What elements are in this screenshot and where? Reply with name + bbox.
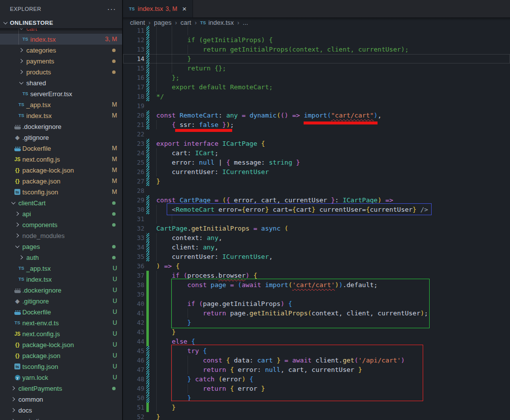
tree-folder-products[interactable]: products (0, 66, 122, 77)
code-line-35: 35 currentUser: ICurrentUser, (123, 252, 510, 261)
explorer-sidebar: EXPLORER ··· cartTSindex.tsx3, Mcategori… (0, 0, 122, 420)
file-icon-slot: ◈ (13, 133, 21, 141)
code-line-33: 33 context: any, (123, 233, 510, 242)
tree-folder-clientPayments[interactable]: clientPayments (0, 383, 122, 394)
tree-file-tsconfig-json[interactable]: tstsconfig.jsonU (0, 361, 122, 372)
tree-folder-expiration[interactable]: expiration (0, 416, 122, 420)
tree-folder-pages[interactable]: pages (0, 241, 122, 252)
gutter-added-marker (146, 290, 149, 299)
code-line-14: 14 } (123, 54, 510, 63)
tree-folder-docs[interactable]: docs (0, 405, 122, 416)
tree-folder-shared[interactable]: shared (0, 77, 122, 88)
code-line-44: 44 else { (123, 337, 510, 346)
tree-item-label: package-lock.json (22, 167, 74, 174)
line-number: 45 (123, 346, 144, 356)
git-status-badge: M (112, 156, 117, 163)
tree-file-Dockerfile[interactable]: DockerfileU (0, 306, 122, 317)
code-line-38: 38 const page = (await import('cart/cart… (123, 280, 510, 290)
tab-index-tsx[interactable]: TS index.tsx 3, M × (123, 0, 193, 17)
line-number: 16 (123, 73, 144, 82)
tree-file-Dockerfile[interactable]: DockerfileM (0, 143, 122, 154)
tree-item-label: tsconfig.json (22, 188, 58, 196)
line-number: 32 (123, 224, 144, 233)
code-text: } (156, 393, 191, 403)
git-status-badge: 3, M (105, 36, 117, 43)
git-status-badge: U (113, 265, 117, 272)
tree-file--dockerignore[interactable]: .dockerignore (0, 121, 122, 132)
tree-folder-common[interactable]: common (0, 394, 122, 405)
tree-item-label: next-env.d.ts (22, 319, 59, 327)
tree-file--dockerignore[interactable]: .dockerignoreU (0, 285, 122, 296)
code-line-39: 39 (123, 290, 510, 299)
code-line-19: 19 (123, 101, 510, 111)
tree-file-yarn-lock[interactable]: yyarn.lockU (0, 372, 122, 383)
code-line-29: 29const CartPage = ({ error, cart, curre… (123, 195, 510, 205)
tree-file--app-tsx[interactable]: TS_app.tsxM (0, 99, 122, 110)
tree-folder-auth[interactable]: auth (0, 252, 122, 263)
tree-file-index-tsx[interactable]: TSindex.tsxU (0, 274, 122, 285)
gutter-modified-marker (146, 35, 149, 45)
close-icon[interactable]: × (182, 4, 187, 13)
file-icon-slot: ts (13, 362, 21, 370)
tree-file-index-tsx[interactable]: TSindex.tsxM (0, 110, 122, 121)
git-status-badge: U (113, 319, 117, 326)
line-number: 44 (123, 337, 144, 346)
tree-item-label: categories (26, 47, 56, 54)
line-number: 33 (123, 233, 144, 242)
tree-file-package-lock-json[interactable]: {}package-lock.jsonU (0, 339, 122, 350)
tree-item-label: package.json (22, 178, 61, 185)
tree-folder-payments[interactable]: payments (0, 56, 122, 66)
tree-file-next-env-d-ts[interactable]: TSnext-env.d.tsU (0, 317, 122, 328)
git-status-badge: M (112, 112, 117, 119)
tree-folder-api[interactable]: api (0, 208, 122, 219)
git-status-dot (112, 387, 116, 390)
workspace-root[interactable]: ONLINESTORE (0, 17, 122, 28)
tree-folder-components[interactable]: components (0, 219, 122, 230)
tree-file-next-config-js[interactable]: JSnext.config.jsU (0, 328, 122, 339)
code-line-48: 48 } catch (error) { (123, 374, 510, 384)
tree-file--app-tsx[interactable]: TS_app.tsxU (0, 263, 122, 274)
code-line-17: 17 export default RemoteCart; (123, 82, 510, 92)
tree-file-package-lock-json[interactable]: {}package-lock.jsonM (0, 165, 122, 176)
gutter-added-marker (146, 271, 149, 280)
code-text: const page = (await import('cart/cart'))… (156, 280, 378, 290)
file-icon-slot: ts (13, 188, 21, 196)
line-number: 21 (123, 120, 144, 129)
gutter-modified-marker (146, 82, 149, 92)
tree-file-package-json[interactable]: {}package.jsonU (0, 350, 122, 361)
tree-item-label: package-lock.json (22, 341, 74, 349)
gutter-modified-marker (146, 167, 149, 177)
javascript-icon: JS (14, 157, 20, 162)
tree-file-package-json[interactable]: {}package.jsonM (0, 176, 122, 186)
tree-file--gitignore[interactable]: ◈.gitignoreU (0, 296, 122, 306)
typescript-icon: TS (18, 102, 24, 107)
chevron-right-icon (11, 386, 15, 390)
gutter-modified-marker (146, 177, 149, 186)
code-area[interactable]: 11 12 if (getInitialProps) {13 return ge… (123, 26, 510, 420)
code-line-36: 36) => { (123, 261, 510, 271)
code-text: return getInitialProps(context, client, … (156, 45, 409, 54)
tree-file-serverError-tsx[interactable]: TSserverError.tsx (0, 88, 122, 99)
line-number: 15 (123, 63, 144, 73)
tree-file--gitignore[interactable]: ◈.gitignore (0, 132, 122, 143)
line-number: 27 (123, 177, 144, 186)
code-text: } (156, 403, 176, 412)
tree-item-label: clientCart (18, 199, 46, 207)
chevron-right-icon (19, 255, 23, 259)
line-number: 47 (123, 365, 144, 374)
file-icon-slot: {} (13, 166, 21, 174)
tab-problems-badge: 3, M (166, 5, 177, 12)
code-text: context: any, (156, 233, 222, 242)
git-status-badge: M (112, 167, 117, 174)
code-line-42: 42 } (123, 318, 510, 327)
more-actions-icon[interactable]: ··· (107, 6, 116, 11)
chevron-right-icon (11, 397, 15, 401)
json-icon: {} (15, 342, 20, 348)
file-icon-slot: TS (17, 275, 25, 283)
tree-folder-clientCart[interactable]: clientCart (0, 197, 122, 208)
tree-file-tsconfig-json[interactable]: tstsconfig.jsonM (0, 186, 122, 197)
tree-file-next-config-js[interactable]: JSnext.config.jsM (0, 154, 122, 165)
tree-folder-categories[interactable]: categories (0, 45, 122, 56)
gutter-modified-marker (146, 384, 149, 393)
tree-folder-node-modules[interactable]: node_modules (0, 230, 122, 241)
